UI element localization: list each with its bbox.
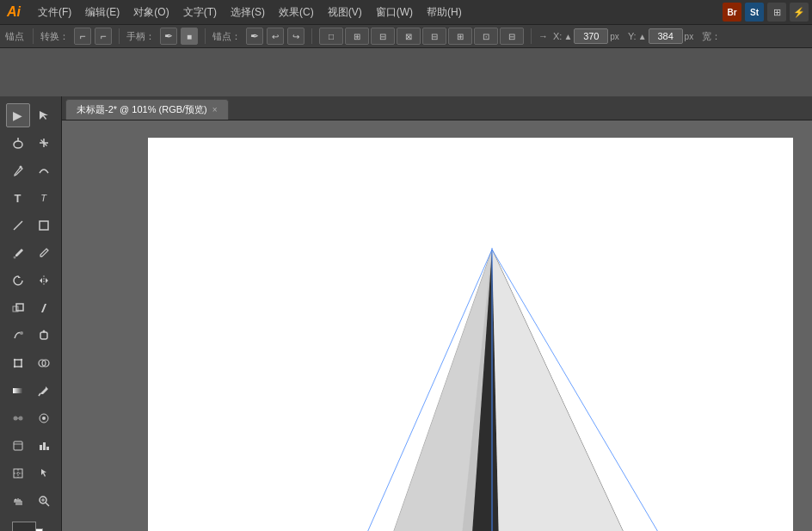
tool-line[interactable] [6,213,30,238]
tab-bar: 未标题-2* @ 101% (RGB/预览) × [62,96,812,120]
handle-btn2[interactable]: ■ [181,28,198,45]
main-area: 未标题-2* @ 101% (RGB/预览) × ▶ [0,96,812,531]
svg-point-22 [13,366,15,367]
tool-scale[interactable] [6,296,30,320]
y-coord-field: Y: ▲ px [628,28,693,44]
convert-btn2[interactable]: ⌐ [95,28,112,45]
tool-reflect[interactable] [32,269,56,293]
svg-rect-19 [15,360,22,367]
shape-btn4[interactable]: ⊠ [397,28,421,45]
foreground-swatch[interactable] [12,522,36,531]
svg-rect-36 [43,442,46,450]
tool-direct-select[interactable] [32,103,56,127]
tool-shear[interactable] [32,296,56,320]
svg-line-6 [14,221,22,230]
svg-point-16 [20,331,23,335]
tool-select[interactable]: ▶ [6,103,30,127]
tool-gradient[interactable] [6,379,30,403]
svg-marker-13 [46,278,48,283]
tool-column-graph[interactable] [32,434,56,458]
tool-symbol-sprayer[interactable] [32,406,56,430]
tools-panel: 未标题-2* @ 101% (RGB/预览) × ▶ [0,96,62,531]
menu-select[interactable]: 选择(S) [224,3,272,22]
menu-edit[interactable]: 编辑(E) [78,3,126,22]
svg-line-27 [39,393,40,396]
tab-label: 未标题-2* @ 101% (RGB/预览) [77,103,207,116]
anchor-smooth-btn[interactable]: ↪ [287,28,304,45]
svg-rect-33 [14,441,22,450]
svg-point-0 [14,141,22,148]
tool-zoom[interactable] [32,489,56,513]
tool-type[interactable]: T [6,186,30,210]
shape-btn6[interactable]: ⊞ [448,28,472,45]
tool-vertical-type[interactable]: T [32,186,56,210]
tool-rect[interactable] [32,213,56,238]
search-icon[interactable]: ⚡ [790,3,809,22]
color-swatches: ↺ × [0,515,61,531]
shape-btn2[interactable]: ⊞ [345,28,369,45]
divider3 [205,28,206,44]
y-input[interactable] [649,28,683,44]
menu-bar: Ai 文件(F) 编辑(E) 对象(O) 文字(T) 选择(S) 效果(C) 视… [0,0,812,24]
svg-marker-56 [492,250,664,531]
width-coord-field: 宽： [702,30,721,43]
tool-curvature[interactable] [32,158,56,182]
svg-point-23 [20,366,22,367]
shape-btn1[interactable]: □ [319,28,343,45]
tool-hand[interactable] [6,489,30,513]
svg-rect-35 [40,445,42,450]
shape-btn7[interactable]: ⊡ [474,28,498,45]
svg-point-8 [13,256,15,259]
x-coord-field: X: ▲ px [553,28,619,44]
tool-rotate[interactable] [6,269,30,293]
toolbar: 锚点 转换： ⌐ ⌐ 手柄： ✒ ■ 锚点： ✒ ↩ ↪ □ ⊞ ⊟ ⊠ ⊟ ⊞… [0,24,812,48]
handle-btn[interactable]: ✒ [160,28,177,45]
canvas-area[interactable] [62,120,812,531]
anchor-remove-btn[interactable]: ↩ [267,28,284,45]
tool-pen[interactable] [6,158,30,182]
convert-btn1[interactable]: ⌐ [74,28,91,45]
menu-window[interactable]: 窗口(W) [369,3,420,22]
svg-point-32 [42,417,46,420]
doc-tab[interactable]: 未标题-2* @ 101% (RGB/预览) × [65,99,229,120]
menu-view[interactable]: 视图(V) [321,3,369,22]
tool-buttons: ▶ [0,102,61,515]
svg-rect-15 [16,304,23,311]
tool-free-transform[interactable] [6,351,30,375]
tool-paintbrush[interactable] [6,241,30,265]
anchor2-btn[interactable]: ✒ [246,28,263,45]
svg-line-42 [46,503,49,506]
shape-btn3[interactable]: ⊟ [371,28,395,45]
menu-object[interactable]: 对象(O) [126,3,175,22]
tool-blend[interactable] [6,406,30,430]
tool-shape-builder[interactable] [32,351,56,375]
menu-type[interactable]: 文字(T) [176,3,224,22]
y-up-icon[interactable]: ▲ [638,32,647,41]
x-up-icon[interactable]: ▲ [563,32,572,41]
anchor-label: 锚点 [5,30,24,43]
stock-icon[interactable]: St [745,3,764,22]
menu-effect[interactable]: 效果(C) [272,3,321,22]
x-input[interactable] [574,28,608,44]
tool-artboard[interactable] [6,434,30,458]
width-label: 宽： [702,30,721,43]
svg-point-21 [20,359,22,361]
workspace-icon[interactable]: ⊞ [767,3,786,22]
shape-btn8[interactable]: ⊟ [500,28,524,45]
svg-rect-7 [40,221,48,230]
shape-btn5[interactable]: ⊟ [422,28,446,45]
menu-help[interactable]: 帮助(H) [420,3,469,22]
tool-pencil[interactable] [32,241,56,265]
tool-slice-select[interactable] [32,461,56,485]
tool-magic-wand[interactable] [32,131,56,155]
divider4 [311,28,312,44]
tool-slice[interactable] [6,461,30,485]
tool-lasso[interactable] [6,131,30,155]
tab-close-btn[interactable]: × [212,105,218,114]
tool-eyedropper[interactable] [32,379,56,403]
bridge-icon[interactable]: Br [723,3,741,22]
tool-reshape[interactable] [32,324,56,348]
menu-file[interactable]: 文件(F) [31,3,78,22]
tool-warp[interactable] [6,324,30,348]
svg-point-28 [13,417,17,421]
